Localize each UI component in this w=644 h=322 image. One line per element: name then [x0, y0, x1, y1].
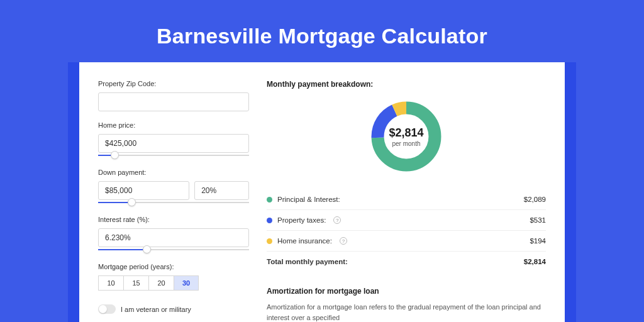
- mortgage-period-option-30[interactable]: 30: [174, 275, 199, 291]
- legend-dot-icon: [267, 197, 272, 203]
- calculator-card: Property Zip Code: Home price: Down paym…: [79, 62, 565, 322]
- down-payment-label: Down payment:: [98, 169, 249, 176]
- donut-center-amount: $2,814: [389, 126, 423, 140]
- veteran-toggle[interactable]: [98, 304, 116, 314]
- zip-input[interactable]: [98, 92, 249, 111]
- interest-rate-slider[interactable]: [98, 247, 249, 253]
- home-price-slider[interactable]: [98, 152, 249, 158]
- slider-knob-icon[interactable]: [143, 245, 151, 253]
- zip-field: Property Zip Code:: [98, 80, 249, 111]
- mortgage-period-field: Mortgage period (years): 10152030: [98, 263, 249, 291]
- amortization-title: Amortization for mortgage loan: [267, 287, 546, 296]
- breakdown-label: Property taxes:: [277, 216, 326, 224]
- mortgage-period-option-20[interactable]: 20: [148, 275, 174, 291]
- breakdown-label: Principal & Interest:: [277, 196, 340, 203]
- veteran-toggle-label: I am veteran or military: [121, 306, 191, 313]
- breakdown-label: Home insurance:: [277, 237, 332, 245]
- breakdown-row: Principal & Interest:$2,089: [267, 189, 546, 209]
- mortgage-period-label: Mortgage period (years):: [98, 263, 249, 270]
- breakdown-amount: $194: [530, 237, 546, 245]
- content-band: Property Zip Code: Home price: Down paym…: [68, 62, 576, 322]
- down-payment-input[interactable]: [98, 181, 189, 200]
- mortgage-period-option-15[interactable]: 15: [123, 275, 148, 291]
- total-row: Total monthly payment: $2,814: [267, 251, 546, 272]
- inputs-panel: Property Zip Code: Home price: Down paym…: [98, 80, 249, 322]
- payment-donut-chart: $2,814 per month: [369, 99, 444, 174]
- down-payment-field: Down payment:: [98, 169, 249, 206]
- down-payment-slider[interactable]: [98, 199, 249, 206]
- breakdown-rows: Principal & Interest:$2,089Property taxe…: [267, 189, 546, 251]
- total-label: Total monthly payment:: [267, 258, 348, 265]
- veteran-toggle-row: I am veteran or military: [98, 304, 249, 314]
- breakdown-amount: $2,089: [524, 196, 546, 203]
- amortization-text: Amortization for a mortgage loan refers …: [267, 302, 546, 322]
- breakdown-row: Property taxes:?$531: [267, 209, 546, 230]
- page-title: Barnesville Mortgage Calculator: [0, 0, 644, 62]
- mortgage-period-option-10[interactable]: 10: [98, 275, 123, 291]
- results-panel: Monthly payment breakdown: $2,814 per mo…: [267, 80, 546, 322]
- home-price-label: Home price:: [98, 121, 249, 129]
- donut-center-sub: per month: [392, 140, 420, 147]
- help-icon[interactable]: ?: [340, 237, 347, 245]
- breakdown-title: Monthly payment breakdown:: [267, 80, 546, 89]
- breakdown-amount: $531: [530, 216, 546, 224]
- total-amount: $2,814: [524, 258, 546, 265]
- home-price-field: Home price:: [98, 121, 249, 158]
- breakdown-row: Home insurance:?$194: [267, 230, 546, 251]
- interest-rate-label: Interest rate (%):: [98, 216, 249, 223]
- slider-knob-icon[interactable]: [128, 198, 136, 206]
- interest-rate-input[interactable]: [98, 228, 249, 247]
- legend-dot-icon: [267, 238, 272, 244]
- down-payment-pct-input[interactable]: [194, 181, 249, 200]
- donut-wrap: $2,814 per month: [267, 99, 546, 174]
- home-price-input[interactable]: [98, 134, 249, 153]
- slider-knob-icon[interactable]: [111, 151, 119, 159]
- toggle-knob-icon: [99, 305, 107, 313]
- zip-label: Property Zip Code:: [98, 80, 249, 87]
- interest-rate-field: Interest rate (%):: [98, 216, 249, 253]
- help-icon[interactable]: ?: [333, 216, 341, 224]
- legend-dot-icon: [267, 218, 272, 223]
- mortgage-period-group: 10152030: [98, 275, 249, 291]
